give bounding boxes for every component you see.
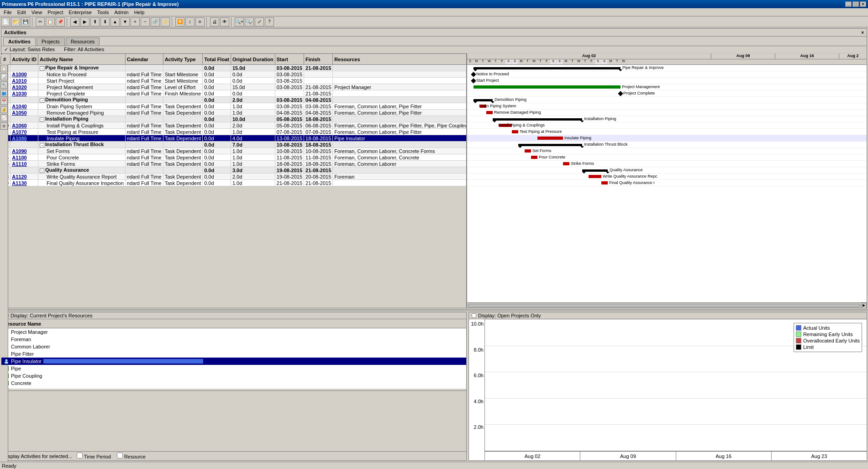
- gantt-body[interactable]: Pipe Repair & ImproveNotice to ProceedSt…: [467, 65, 867, 302]
- menu-tools[interactable]: Tools: [95, 9, 112, 16]
- table-row[interactable]: 16 A1110 Strike Forms ndard Full Time Ta…: [2, 161, 467, 167]
- chart-display-checkbox[interactable]: [472, 313, 476, 318]
- tb-zoom-out[interactable]: 🔍-: [245, 17, 254, 26]
- tb-b4[interactable]: ⬇: [100, 17, 110, 26]
- sidebar-icon-2[interactable]: 📋: [0, 65, 8, 72]
- tb-b7[interactable]: +: [131, 17, 140, 26]
- tb-grp[interactable]: ≡: [195, 17, 205, 26]
- legend-over: Overallocated Early Units: [796, 338, 860, 343]
- cell-actid: A1070: [11, 129, 38, 135]
- tab-projects[interactable]: Projects: [37, 37, 65, 46]
- table-row[interactable]: 2 A1000 Notice to Proceed ndard Full Tim…: [2, 71, 467, 78]
- sidebar-icon-4[interactable]: 🔧: [0, 81, 8, 89]
- expand-icon[interactable]: -: [40, 98, 44, 103]
- cell-dur: 3.0d: [231, 167, 275, 174]
- expand-icon[interactable]: -: [40, 169, 44, 173]
- cell-type: Task Dependent: [163, 180, 203, 186]
- table-row[interactable]: -Demolition Piping 0.0d 2.0d 03-08-2015 …: [2, 97, 467, 103]
- resource-item[interactable]: Pipe: [1, 365, 466, 372]
- tb-paste[interactable]: 📌: [56, 17, 65, 26]
- table-row[interactable]: -Installation Thrust Block 0.0d 7.0d 10-…: [2, 142, 467, 148]
- table-row[interactable]: 19 A1130 Final Quality Assurance Inspect…: [2, 180, 467, 186]
- resource-item[interactable]: Pipe Fitter: [1, 350, 466, 358]
- sidebar-icon-3[interactable]: 📊: [0, 73, 8, 80]
- expand-icon[interactable]: -: [40, 143, 44, 148]
- table-row[interactable]: -Installation Piping 0.0d 10.0d 05-08-20…: [2, 116, 467, 122]
- tb-b9[interactable]: 🔗: [151, 17, 160, 26]
- sidebar-icon-9[interactable]: ⚙: [0, 122, 8, 130]
- resource-item[interactable]: Common Laborer: [1, 343, 466, 350]
- maximize-btn[interactable]: □: [852, 1, 859, 7]
- tb-b5[interactable]: ▲: [110, 17, 120, 26]
- tb-help[interactable]: ?: [265, 17, 274, 26]
- tb-print[interactable]: 🖨: [210, 17, 219, 26]
- table-row[interactable]: 14 A1090 Set Forms ndard Full Time Task …: [2, 148, 467, 154]
- tab-activities[interactable]: Activities: [3, 37, 36, 46]
- cell-float: 0.0d: [203, 97, 231, 103]
- gantt-scroll-right[interactable]: ▶: [861, 303, 867, 308]
- cell-start: 18-08-2015: [275, 161, 304, 167]
- tb-b1[interactable]: ◀: [70, 17, 79, 26]
- tb-sort[interactable]: ↕: [185, 17, 195, 26]
- gantt-scroll-thumb[interactable]: [468, 304, 860, 307]
- time-period-checkbox[interactable]: [77, 453, 83, 458]
- legend-over-color: [796, 338, 801, 343]
- table-row[interactable]: -Pipe Repair & Improve 0.0d 15.0d 03-08-…: [2, 65, 467, 71]
- tb-b2[interactable]: ▶: [80, 17, 89, 26]
- panel-close-btn[interactable]: ×: [861, 30, 864, 35]
- table-row[interactable]: 15 A1100 Pour Concrete ndard Full Time T…: [2, 154, 467, 161]
- resource-item[interactable]: Project Manager: [1, 328, 466, 336]
- table-row[interactable]: 10 A1060 Install Piping & Couplings ndar…: [2, 122, 467, 129]
- tb-fit[interactable]: ⤢: [255, 17, 264, 26]
- menu-enterprise[interactable]: Enterprise: [66, 9, 95, 16]
- cell-type: Task Dependent: [163, 174, 203, 180]
- sidebar-icon-8[interactable]: 📈: [0, 114, 8, 121]
- tb-copy[interactable]: 📋: [46, 17, 55, 26]
- table-row[interactable]: 4 A1020 Project Management ndard Full Ti…: [2, 84, 467, 90]
- menu-project[interactable]: Project: [45, 9, 66, 16]
- resource-list[interactable]: Project Manager Foreman Common Laborer P…: [1, 328, 466, 389]
- table-row[interactable]: 11 A1070 Test Piping at Pressure ndard F…: [2, 129, 467, 135]
- tb-open[interactable]: 📂: [11, 17, 20, 26]
- table-row[interactable]: 5 A1030 Project Complete ndard Full Time…: [2, 90, 467, 97]
- sidebar-icon-5[interactable]: 👥: [0, 90, 8, 97]
- resource-item[interactable]: Foreman: [1, 336, 466, 343]
- minimize-btn[interactable]: _: [845, 1, 852, 7]
- activity-table-scroll[interactable]: # Activity ID Activity Name Calendar Act…: [1, 53, 466, 308]
- sidebar-icon-6[interactable]: 📅: [0, 98, 8, 105]
- close-btn[interactable]: ×: [860, 1, 866, 7]
- menu-file[interactable]: File: [1, 9, 15, 16]
- table-row[interactable]: -Quality Assurance 0.0d 3.0d 19-08-2015 …: [2, 167, 467, 174]
- expand-icon[interactable]: -: [40, 66, 44, 71]
- menu-admin[interactable]: Admin: [111, 9, 131, 16]
- resource-item[interactable]: Pipe Coupling: [1, 372, 466, 379]
- gantt-task-bar: [589, 175, 601, 178]
- tb-save[interactable]: 💾: [21, 17, 30, 26]
- resource-item[interactable]: Concrete: [1, 379, 466, 387]
- table-row[interactable]: 3 A1010 Start Project ndard Full Time St…: [2, 78, 467, 84]
- menu-edit[interactable]: Edit: [15, 9, 29, 16]
- tb-filter[interactable]: 🔽: [175, 17, 184, 26]
- table-row[interactable]: 12 A1080 Insulate Piping ndard Full Time…: [2, 135, 467, 142]
- tb-b10[interactable]: ⚡: [161, 17, 170, 26]
- table-row[interactable]: 18 A1120 Write Quality Assurance Report …: [2, 174, 467, 180]
- resource-item[interactable]: Pipe Insulator: [1, 358, 466, 365]
- resource-checkbox[interactable]: [117, 453, 123, 458]
- cell-calendar: ndard Full Time: [125, 78, 163, 84]
- tab-resources[interactable]: Resources: [66, 37, 100, 46]
- table-row[interactable]: 8 A1050 Remove Damaged Piping ndard Full…: [2, 110, 467, 116]
- menu-help[interactable]: Help: [132, 9, 147, 16]
- tb-cut[interactable]: ✂: [36, 17, 45, 26]
- tb-preview[interactable]: 👁: [220, 17, 229, 26]
- table-row[interactable]: 7 A1040 Drain Piping System ndard Full T…: [2, 103, 467, 110]
- expand-icon[interactable]: -: [40, 117, 44, 122]
- tb-zoom-in[interactable]: 🔍+: [235, 17, 244, 26]
- tb-b6[interactable]: ▼: [121, 17, 130, 26]
- gantt-scrollbar[interactable]: ▶: [467, 302, 867, 308]
- sidebar-icon-7[interactable]: 💰: [0, 106, 8, 113]
- gantt-summary-bar: [493, 118, 582, 121]
- tb-b3[interactable]: ⬆: [90, 17, 100, 26]
- tb-new[interactable]: 📄: [1, 17, 10, 26]
- menu-view[interactable]: View: [29, 9, 45, 16]
- tb-b8[interactable]: −: [141, 17, 150, 26]
